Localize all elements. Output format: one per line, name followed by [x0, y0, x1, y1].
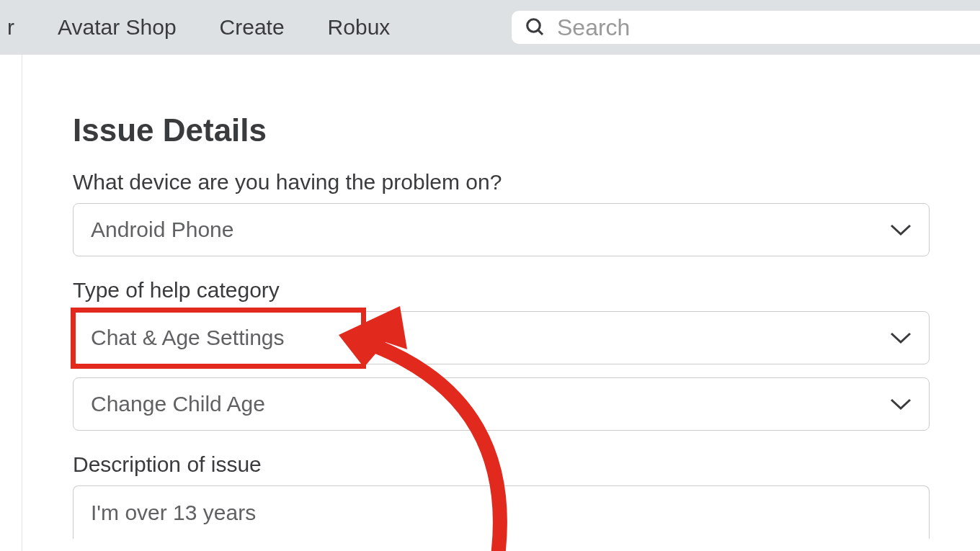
- category-label: Type of help category: [73, 278, 930, 303]
- form-content: Issue Details What device are you having…: [22, 55, 980, 551]
- chevron-down-icon: [890, 331, 912, 344]
- chevron-down-icon: [890, 398, 912, 411]
- device-dropdown[interactable]: Android Phone: [73, 203, 930, 256]
- subcategory-dropdown[interactable]: Change Child Age: [73, 377, 930, 431]
- search-container[interactable]: [512, 11, 980, 44]
- search-icon: [525, 17, 546, 38]
- category-dropdown[interactable]: Chat & Age Settings: [73, 311, 930, 364]
- description-label: Description of issue: [73, 452, 930, 477]
- device-value: Android Phone: [91, 218, 234, 242]
- section-title: Issue Details: [73, 112, 930, 148]
- nav-create[interactable]: Create: [220, 15, 285, 40]
- nav-item-partial[interactable]: r: [7, 15, 14, 40]
- device-label: What device are you having the problem o…: [73, 170, 930, 194]
- search-input[interactable]: [557, 14, 980, 41]
- description-value: I'm over 13 years: [91, 501, 256, 525]
- svg-line-1: [538, 30, 543, 35]
- svg-point-0: [527, 19, 540, 32]
- nav-avatar-shop[interactable]: Avatar Shop: [58, 15, 177, 40]
- nav-robux[interactable]: Robux: [328, 15, 391, 40]
- description-field[interactable]: I'm over 13 years: [73, 485, 930, 539]
- category-value: Chat & Age Settings: [91, 326, 285, 350]
- chevron-down-icon: [890, 223, 912, 236]
- top-navigation: r Avatar Shop Create Robux: [0, 0, 980, 55]
- subcategory-value: Change Child Age: [91, 392, 265, 416]
